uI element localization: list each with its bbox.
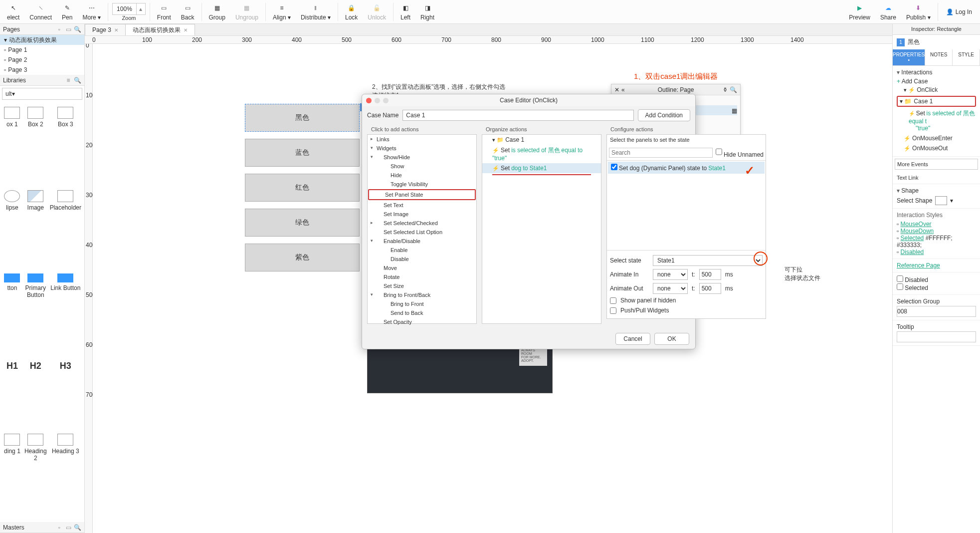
tree-enable-disable[interactable]: Enable/Disable: [368, 237, 476, 246]
tree-set-size[interactable]: Set Size: [368, 281, 476, 290]
org-action-2[interactable]: ⚡ Set dog to State1: [482, 163, 601, 173]
tree-opacity[interactable]: Set Opacity: [368, 317, 476, 326]
tree-move[interactable]: Move: [368, 264, 476, 272]
library-widget[interactable]: Image: [23, 187, 48, 269]
disabled-checkbox[interactable]: [897, 275, 903, 282]
library-widget[interactable]: Link Button: [49, 270, 82, 357]
case-name-input[interactable]: [402, 110, 633, 121]
tree-set-text[interactable]: Set Text: [368, 201, 476, 210]
tree-disable[interactable]: Disable: [368, 255, 476, 264]
add-condition-button[interactable]: Add Condition: [638, 109, 690, 121]
panel-icon[interactable]: ▦: [732, 107, 737, 114]
outline-close-icon[interactable]: ✕: [614, 86, 619, 93]
zoom-input[interactable]: 100%▴: [112, 3, 146, 15]
dock-left-button[interactable]: ◧Left: [395, 0, 415, 24]
animate-out-time[interactable]: [699, 283, 721, 294]
library-widget[interactable]: lipse: [2, 187, 22, 269]
canvas-widget[interactable]: 绿色: [245, 209, 360, 237]
lib-search-icon[interactable]: 🔍: [73, 76, 81, 84]
tree-bring[interactable]: Bring to Front/Back: [368, 290, 476, 299]
mousedown-style[interactable]: MouseDown: [901, 228, 934, 235]
publish-button[interactable]: ⬇Publish ▾: [901, 0, 936, 24]
cancel-button[interactable]: Cancel: [615, 333, 650, 345]
animate-in-time[interactable]: [699, 269, 721, 280]
case-1-item[interactable]: ▾ 📁 Case 1: [897, 96, 976, 107]
login-button[interactable]: 👤Log In: [940, 8, 978, 15]
tree-send-back[interactable]: Send to Back: [368, 308, 476, 317]
front-button[interactable]: ▭Front: [152, 0, 176, 24]
push-pull-checkbox[interactable]: [610, 307, 616, 314]
filter-icon[interactable]: ⚱: [723, 86, 728, 93]
tree-set-list[interactable]: Set Selected List Option: [368, 228, 476, 237]
animate-in-dropdown[interactable]: none: [653, 269, 688, 280]
library-widget[interactable]: ox 1: [2, 104, 22, 186]
library-widget[interactable]: Box 2: [23, 104, 48, 186]
panel-item[interactable]: Set dog (Dynamic Panel) state to State1: [608, 162, 765, 174]
panel-search-input[interactable]: [609, 148, 713, 158]
more-events-button[interactable]: More Events: [895, 159, 978, 170]
org-action-1[interactable]: ⚡ Set is selected of 黑色 equal to "true": [482, 145, 601, 163]
library-widget[interactable]: tton: [2, 270, 22, 357]
search-icon[interactable]: 🔍: [73, 25, 81, 33]
master-folder-icon[interactable]: ▭: [64, 524, 72, 532]
group-button[interactable]: ▦Group: [204, 0, 230, 24]
select-tool[interactable]: ↖elect: [2, 0, 24, 24]
distribute-button[interactable]: ⦀Distribute ▾: [296, 0, 336, 24]
mouseover-style[interactable]: MouseOver: [901, 221, 932, 228]
tree-rotate[interactable]: Rotate: [368, 272, 476, 281]
library-widget[interactable]: ding 1: [2, 431, 22, 520]
page-folder[interactable]: ▾动态面板切换效果: [0, 35, 84, 45]
lock-button[interactable]: 🔒Lock: [340, 0, 363, 24]
dock-right-button[interactable]: ◨Right: [415, 0, 439, 24]
reference-page-link[interactable]: Reference Page: [897, 262, 940, 269]
library-widget[interactable]: Placeholder: [49, 187, 82, 269]
inspector-tab[interactable]: NOTES: [925, 49, 953, 65]
panel-checkbox[interactable]: [611, 164, 617, 170]
master-search-icon[interactable]: 🔍: [73, 524, 81, 532]
tree-widgets[interactable]: Widgets: [368, 144, 476, 153]
selected-checkbox[interactable]: [897, 283, 903, 290]
more-tool[interactable]: ⋯More ▾: [77, 0, 106, 24]
canvas-widget[interactable]: 蓝色: [245, 139, 360, 167]
share-button[interactable]: ☁Share: [875, 0, 901, 24]
tree-toggle[interactable]: Toggle Visibility: [368, 180, 476, 189]
page-item[interactable]: ▫Page 3: [0, 65, 84, 75]
selected-style[interactable]: Selected: [901, 235, 924, 242]
tab-close-icon[interactable]: ✕: [114, 27, 118, 33]
hide-unnamed-checkbox[interactable]: [716, 147, 722, 157]
show-panel-checkbox[interactable]: [610, 297, 616, 304]
add-page-icon[interactable]: ▫: [55, 25, 63, 33]
page-item[interactable]: ▫Page 1: [0, 45, 84, 55]
library-widget[interactable]: H1: [2, 358, 22, 430]
select-state-dropdown[interactable]: State1: [653, 255, 763, 266]
document-tab[interactable]: Page 3✕: [85, 24, 126, 35]
tree-links[interactable]: Links: [368, 135, 476, 144]
tree-set-selected[interactable]: Set Selected/Checked: [368, 219, 476, 228]
library-widget[interactable]: Heading 3: [49, 431, 82, 520]
back-button[interactable]: ▭Back: [176, 0, 199, 24]
ok-button[interactable]: OK: [654, 333, 689, 345]
outline-search-icon[interactable]: 🔍: [730, 86, 737, 93]
document-tab[interactable]: 动态面板切换效果✕: [125, 24, 195, 35]
close-traffic-icon[interactable]: [366, 98, 372, 103]
tree-bring-front[interactable]: Bring to Front: [368, 299, 476, 308]
tree-show-hide[interactable]: Show/Hide: [368, 153, 476, 162]
tab-close-icon[interactable]: ✕: [184, 27, 188, 33]
animate-out-dropdown[interactable]: none: [653, 283, 688, 294]
library-widget[interactable]: H3: [49, 358, 82, 430]
canvas-widget[interactable]: 黑色1: [245, 104, 360, 132]
canvas-widget[interactable]: 红色: [245, 174, 360, 202]
library-widget[interactable]: Box 3: [49, 104, 82, 186]
outline-collapse-icon[interactable]: «: [621, 86, 625, 93]
library-widget[interactable]: H2: [23, 358, 48, 430]
add-folder-icon[interactable]: ▭: [64, 25, 72, 33]
selection-group-input[interactable]: [897, 306, 976, 317]
page-item[interactable]: ▫Page 2: [0, 55, 84, 65]
connect-tool[interactable]: ⟍Connect: [24, 0, 57, 24]
add-case-link[interactable]: + Add Case: [897, 78, 976, 85]
canvas-widget[interactable]: 紫色: [245, 244, 360, 271]
lib-menu-icon[interactable]: ≡: [64, 76, 72, 84]
inspector-tab[interactable]: PROPERTIES •: [893, 49, 925, 65]
tree-enable[interactable]: Enable: [368, 246, 476, 255]
ungroup-button[interactable]: ▦Ungroup: [230, 0, 263, 24]
